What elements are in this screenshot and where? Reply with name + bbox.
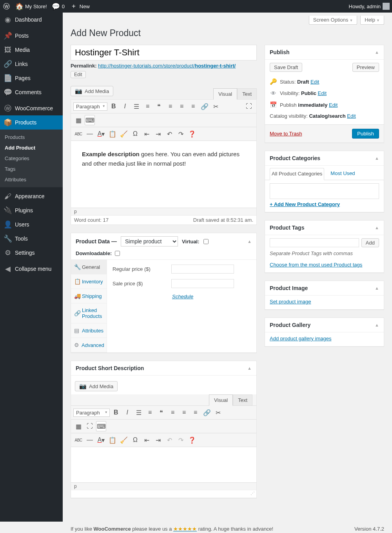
fullscreen-button[interactable]: ⛶ <box>85 421 95 431</box>
align-center-button[interactable]: ≡ <box>177 101 187 111</box>
italic-button[interactable]: I <box>120 101 130 111</box>
fullscreen-button[interactable]: ⛶ <box>244 101 254 111</box>
unlink-button[interactable]: ✂ <box>213 407 223 418</box>
toggle-icon[interactable]: ▲ <box>375 50 379 55</box>
format-select[interactable]: Paragraph <box>73 102 107 111</box>
submenu-categories[interactable]: Categories <box>0 153 63 164</box>
sidebar-item-users[interactable]: 👤Users <box>0 217 63 232</box>
help-icon-button[interactable]: ❓ <box>187 435 197 445</box>
text-color-button[interactable]: A▾ <box>96 129 106 139</box>
undo-button[interactable]: ↶ <box>164 129 174 139</box>
screen-options-button[interactable]: Screen Options▼ <box>309 16 358 25</box>
format-select-2[interactable]: Paragraph <box>73 409 110 417</box>
add-media-button[interactable]: 📷Add Media <box>71 86 113 96</box>
pd-tab-attributes[interactable]: ▤Attributes <box>71 323 107 338</box>
paste-text-button[interactable]: 📋 <box>107 129 118 139</box>
sidebar-item-appearance[interactable]: 🖌Appearance <box>0 189 63 203</box>
toggle-icon[interactable]: ▲ <box>247 366 252 371</box>
tab-visual[interactable]: Visual <box>213 88 237 100</box>
submenu-tags[interactable]: Tags <box>0 164 63 174</box>
rating-link[interactable]: ★★★★★ <box>173 526 197 532</box>
toggle-icon[interactable]: ▲ <box>375 323 379 327</box>
italic-button[interactable]: I <box>122 407 132 418</box>
quote-button[interactable]: ❝ <box>154 101 164 111</box>
sidebar-item-tools[interactable]: 🔧Tools <box>0 232 63 246</box>
edit-date-link[interactable]: Edit <box>329 102 338 108</box>
product-type-select[interactable]: Simple product <box>121 236 178 246</box>
edit-catalog-link[interactable]: Edit <box>347 113 356 119</box>
sidebar-item-comments[interactable]: 💬Comments <box>0 85 63 99</box>
edit-status-link[interactable]: Edit <box>310 79 319 85</box>
align-right-button[interactable]: ≡ <box>191 407 201 418</box>
short-desc-editor[interactable] <box>71 447 256 482</box>
special-char-button[interactable]: Ω <box>130 435 140 445</box>
abc-button[interactable]: ABC <box>73 129 83 139</box>
edit-permalink-button[interactable]: Edit <box>71 71 86 78</box>
text-color-button[interactable]: A▾ <box>96 435 106 445</box>
align-left-button[interactable]: ≡ <box>165 101 176 111</box>
product-title-input[interactable] <box>71 45 256 60</box>
virtual-checkbox[interactable] <box>203 239 209 244</box>
add-new-category-link[interactable]: + Add New Product Category <box>270 201 340 207</box>
save-draft-button[interactable]: Save Draft <box>270 63 302 72</box>
redo-button[interactable]: ↷ <box>176 129 186 139</box>
undo-button[interactable]: ↶ <box>164 435 174 445</box>
pd-tab-advanced[interactable]: ⚙Advanced <box>71 338 107 352</box>
bold-button[interactable]: B <box>109 101 119 111</box>
tab-most-used[interactable]: Most Used <box>329 168 356 180</box>
align-left-button[interactable]: ≡ <box>168 407 178 418</box>
bullet-list-button[interactable]: ☰ <box>134 407 144 418</box>
tab-text-2[interactable]: Text <box>233 394 252 405</box>
bullet-list-button[interactable]: ☰ <box>131 101 142 111</box>
clear-format-button[interactable]: 🧹 <box>119 129 129 139</box>
sidebar-item-products[interactable]: 📦Products <box>0 115 63 130</box>
toggle-icon[interactable]: ▲ <box>247 239 252 244</box>
help-button[interactable]: Help▼ <box>360 16 384 25</box>
collapse-menu[interactable]: ◀Collapse menu <box>0 262 63 276</box>
redo-button[interactable]: ↷ <box>176 435 186 445</box>
toggle-icon[interactable]: ▲ <box>375 225 379 230</box>
toggle-icon[interactable]: ▲ <box>375 156 379 161</box>
submenu-add-product[interactable]: Add Product <box>0 142 63 153</box>
add-media-button-2[interactable]: 📷Add Media <box>75 381 118 391</box>
add-gallery-link[interactable]: Add product gallery images <box>270 336 332 341</box>
schedule-link[interactable]: Schedule <box>172 294 193 299</box>
outdent-button[interactable]: ⇤ <box>142 435 152 445</box>
wp-logo[interactable]: ⓦ <box>2 2 10 10</box>
account-link[interactable]: Howdy, admin <box>349 3 390 10</box>
move-to-trash-link[interactable]: Move to Trash <box>270 131 302 137</box>
tab-all-categories[interactable]: All Product Categories <box>270 168 324 180</box>
outdent-button[interactable]: ⇤ <box>142 129 152 139</box>
category-list[interactable] <box>270 183 379 199</box>
sidebar-item-links[interactable]: 🔗Links <box>0 57 63 71</box>
permalink-link[interactable]: http://hostinger-tutorials.com/store/pro… <box>98 63 236 69</box>
sidebar-item-dashboard[interactable]: ◉Dashboard <box>0 13 63 27</box>
comments-link[interactable]: 💬0 <box>52 2 65 10</box>
add-tag-button[interactable]: Add <box>361 238 379 247</box>
tab-visual-2[interactable]: Visual <box>209 394 233 406</box>
indent-button[interactable]: ⇥ <box>153 435 163 445</box>
toolbar-toggle-button[interactable]: ⌨ <box>85 115 95 125</box>
clear-format-button[interactable]: 🧹 <box>119 435 129 445</box>
insert-link-button[interactable]: 🔗 <box>200 101 210 111</box>
more-button[interactable]: ▦ <box>73 421 83 431</box>
site-link[interactable]: 🏠My Store! <box>15 2 47 10</box>
choose-tags-link[interactable]: Choose from the most used Product tags <box>270 262 362 268</box>
abc-button[interactable]: ABC <box>73 435 83 445</box>
sidebar-item-posts[interactable]: 📌Posts <box>0 29 63 43</box>
regular-price-input[interactable] <box>171 265 234 274</box>
preview-button[interactable]: Preview <box>352 63 379 72</box>
submenu-products[interactable]: Products <box>0 132 63 142</box>
sidebar-item-woocommerce[interactable]: ⓦWooCommerce <box>0 101 63 115</box>
align-center-button[interactable]: ≡ <box>179 407 189 418</box>
indent-button[interactable]: ⇥ <box>153 129 163 139</box>
new-link[interactable]: +New <box>70 2 90 10</box>
sidebar-item-settings[interactable]: ⚙Settings <box>0 246 63 260</box>
hr-button[interactable]: — <box>85 129 95 139</box>
downloadable-checkbox[interactable] <box>115 251 120 256</box>
publish-button[interactable]: Publish <box>352 129 379 139</box>
more-button[interactable]: ▦ <box>73 115 83 125</box>
numbered-list-button[interactable]: ≡ <box>145 407 155 418</box>
sidebar-item-media[interactable]: 🖼Media <box>0 43 63 57</box>
pd-tab-shipping[interactable]: 🚚Shipping <box>71 289 107 303</box>
